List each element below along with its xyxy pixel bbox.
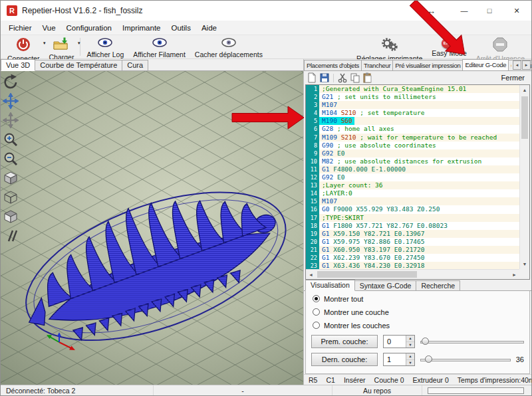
spin-down-icon[interactable]: ▼ <box>406 360 414 366</box>
right-tab-2[interactable]: Pré visualiser impression <box>392 60 463 70</box>
printer-settings-button[interactable]: Réglages imprimante <box>352 36 427 58</box>
gcode-line[interactable]: 3M107 <box>306 101 519 109</box>
slider-thumb[interactable] <box>425 355 432 363</box>
viz-tab-0[interactable]: Visualisation <box>305 280 355 291</box>
left-tab-0[interactable]: Vue 3D <box>1 59 35 71</box>
cut-icon[interactable] <box>337 72 348 83</box>
left-tab-1[interactable]: Courbe de Température <box>35 60 122 70</box>
gcode-line[interactable]: 19G1 X59.150 Y82.721 E0.13967 <box>306 230 519 238</box>
gcode-line[interactable]: 12G92 E0 <box>306 173 519 181</box>
minimize-button[interactable]: — <box>452 1 477 21</box>
gcode-line[interactable]: 6G28 ; home all axes <box>306 125 519 133</box>
show-filament-button[interactable]: Afficher Filament <box>128 36 190 58</box>
first-layer-slider[interactable] <box>420 335 524 348</box>
view-front-icon[interactable] <box>3 189 19 205</box>
eye-icon <box>98 37 112 50</box>
show-log-button[interactable]: Afficher Log <box>82 36 128 58</box>
gcode-line[interactable]: 8G90 ; use absolute coordinates <box>306 142 519 149</box>
vertical-scrollbar[interactable]: ▲ ▼ <box>519 85 529 269</box>
right-tab-0[interactable]: Placements d'objets <box>304 60 362 70</box>
right-tab-3[interactable]: Editeur G-Code <box>462 59 509 71</box>
first-layer-button[interactable]: Prem. couche: <box>311 335 378 348</box>
scrollbar-thumb[interactable] <box>317 271 417 278</box>
scrollbar-thumb[interactable] <box>521 96 528 139</box>
close-button[interactable]: ✕ <box>502 1 531 21</box>
gcode-line[interactable]: 14;LAYER:0 <box>306 189 519 197</box>
scroll-right-icon[interactable]: ► <box>509 270 519 280</box>
menu-item-1[interactable]: Vue <box>37 22 61 34</box>
gcode-line[interactable]: 5M190 S60 <box>306 117 519 125</box>
dropdown-icon[interactable]: ▾ <box>78 41 80 46</box>
connect-button[interactable]: Connecter ▾ <box>3 36 44 58</box>
gcode-line[interactable]: 21G1 X60.950 Y83.197 E0.21720 <box>306 246 519 254</box>
menu-item-5[interactable]: Aide <box>196 22 222 34</box>
scroll-left-icon[interactable]: ◄ <box>306 270 316 280</box>
radio-icon[interactable] <box>313 322 320 329</box>
gcode-line[interactable]: 15M107 <box>306 197 519 205</box>
scroll-down-icon[interactable]: ▼ <box>520 259 529 269</box>
maximize-button[interactable]: □ <box>477 1 502 21</box>
gcode-line[interactable]: 20G1 X59.975 Y82.886 E0.17465 <box>306 238 519 246</box>
gcode-line[interactable]: 17;TYPE:SKIRT <box>306 214 519 222</box>
easy-mode-button[interactable]: EASY Easy Mode <box>427 36 471 58</box>
load-button[interactable]: Charger ▾ <box>44 36 78 58</box>
zoom-in-icon[interactable] <box>3 132 19 148</box>
view-iso-icon[interactable] <box>3 170 19 186</box>
last-layer-button[interactable]: Dern. couche: <box>311 353 378 366</box>
show-option-0[interactable]: Montrer tout <box>306 293 529 304</box>
gcode-line[interactable]: 9G92 E0 <box>306 149 519 157</box>
gcode-line[interactable]: 22G1 X62.239 Y83.670 E0.27450 <box>306 254 519 262</box>
move-view-icon[interactable] <box>3 93 19 109</box>
gcode-line[interactable]: 1;Generated with Cura_SteamEngine 15.01 <box>306 85 519 93</box>
spin-up-icon[interactable]: ▲ <box>406 353 414 360</box>
first-layer-spinner[interactable]: 0 ▲ ▼ <box>383 335 415 348</box>
menu-item-2[interactable]: Configuration <box>61 22 117 34</box>
gcode-line[interactable]: 11G1 F4800.000 E-1.00000 <box>306 165 519 173</box>
viz-tab-2[interactable]: Recherche <box>416 280 460 290</box>
new-file-icon[interactable] <box>307 72 317 83</box>
menu-item-4[interactable]: Outils <box>166 22 196 34</box>
gcode-line[interactable]: 7M109 S210 ; wait for temperature to be … <box>306 134 519 142</box>
spin-down-icon[interactable]: ▼ <box>406 342 414 348</box>
last-layer-spinner[interactable]: 1 ▲ ▼ <box>383 353 415 366</box>
hide-travel-button[interactable]: Cacher déplacements <box>190 36 267 58</box>
save-icon[interactable] <box>319 72 330 83</box>
line-number: 11 <box>306 165 319 173</box>
gcode-lines[interactable]: 1;Generated with Cura_SteamEngine 15.012… <box>306 85 519 269</box>
show-option-1[interactable]: Montrer une couche <box>306 306 529 318</box>
right-tab-1[interactable]: Trancheur <box>361 60 393 70</box>
radio-icon[interactable] <box>313 308 320 316</box>
show-option-2[interactable]: Montrer les couches <box>306 320 529 331</box>
emergency-stop-button[interactable]: Arrêt d'Urgence <box>471 36 529 58</box>
close-editor-button[interactable]: Fermer <box>497 73 529 82</box>
tab-scroll-left-icon[interactable]: ◂ <box>513 60 521 70</box>
horizontal-scrollbar[interactable]: ◄ ► <box>306 269 519 279</box>
viz-tab-1[interactable]: Syntaxe G-Code <box>354 280 417 290</box>
gcode-line[interactable]: 2G21 ; set units to millimeters <box>306 93 519 101</box>
last-layer-slider[interactable] <box>420 353 511 366</box>
gcode-line[interactable]: 13;Layer count: 36 <box>306 181 519 189</box>
gcode-line[interactable]: 4M104 S210 ; set temperature <box>306 109 519 117</box>
move-object-icon[interactable] <box>3 112 19 128</box>
gcode-line[interactable]: 10M82 ; use absolute distances for extru… <box>306 157 519 165</box>
gcode-line[interactable]: 18G1 F1800 X57.721 Y82.767 E0.08023 <box>306 222 519 230</box>
zoom-out-icon[interactable] <box>3 151 19 167</box>
editor-status: R5C1InsérerCouche 0Extrudeur 0Temps d'im… <box>304 374 531 385</box>
view-top-icon[interactable] <box>3 209 19 225</box>
slider-thumb[interactable] <box>422 338 429 345</box>
gcode-line[interactable]: 16G0 F9000 X55.929 Y83.483 Z0.250 <box>306 205 519 213</box>
menu-item-0[interactable]: Fichier <box>3 22 37 34</box>
gcode-line[interactable]: 23G1 X63.436 Y84.230 E0.32918 <box>306 262 519 269</box>
line-number: 9 <box>306 149 319 157</box>
radio-icon[interactable] <box>313 295 320 302</box>
copy-icon[interactable] <box>350 72 360 83</box>
paste-icon[interactable] <box>362 72 373 83</box>
tab-scroll-right-icon[interactable]: ▸ <box>522 60 531 70</box>
rotate-view-icon[interactable] <box>3 74 19 90</box>
3d-viewport[interactable] <box>1 71 303 385</box>
spin-up-icon[interactable]: ▲ <box>406 336 414 342</box>
left-tab-2[interactable]: Cura <box>122 60 148 70</box>
parallel-projection-icon[interactable] <box>3 228 19 244</box>
scroll-up-icon[interactable]: ▲ <box>520 85 529 95</box>
menu-item-3[interactable]: Imprimante <box>117 22 166 34</box>
